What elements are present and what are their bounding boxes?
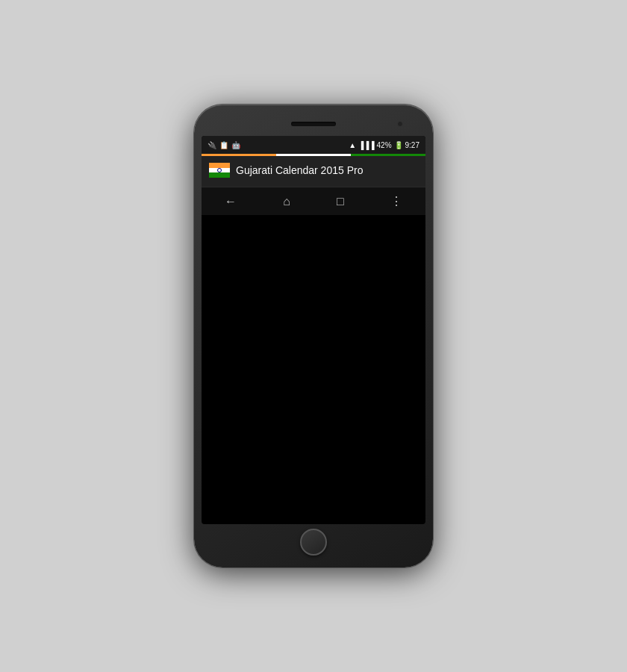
app-bar: Gujarati Calendar 2015 Pro (202, 154, 425, 187)
battery-icon: 🔋 (394, 141, 403, 149)
phone-device: 🔌 📋 🤖 ▲ ▐▐▐ 42% 🔋 9:27 (194, 105, 433, 567)
speaker (291, 122, 336, 126)
app-title: Gujarati Calendar 2015 Pro (236, 164, 363, 176)
status-right-icons: ▲ ▐▐▐ 42% 🔋 9:27 (349, 141, 419, 149)
time-display: 9:27 (405, 141, 419, 149)
back-button[interactable]: ← (216, 190, 246, 213)
sd-icon: 📋 (219, 141, 228, 149)
recent-button[interactable]: □ (328, 190, 353, 213)
camera (397, 121, 403, 127)
usb-icon: 🔌 (208, 141, 216, 149)
android-icon: 🤖 (231, 141, 240, 149)
signal-bars: ▐▐▐ (358, 141, 374, 149)
phone-top (202, 115, 425, 133)
status-bar: 🔌 📋 🤖 ▲ ▐▐▐ 42% 🔋 9:27 (202, 136, 425, 154)
wifi-icon: ▲ (349, 141, 356, 149)
more-button[interactable]: ⋮ (381, 190, 411, 213)
home-button[interactable]: ⌂ (274, 190, 299, 213)
nav-bar: ← ⌂ □ ⋮ (202, 187, 425, 215)
battery-percent: 42% (377, 141, 392, 149)
phone-screen: 🔌 📋 🤖 ▲ ▐▐▐ 42% 🔋 9:27 (202, 136, 425, 524)
app-flag-icon (209, 163, 230, 178)
physical-home-button[interactable] (300, 529, 327, 556)
physical-home-area (202, 529, 425, 556)
status-left-icons: 🔌 📋 🤖 (208, 141, 240, 149)
